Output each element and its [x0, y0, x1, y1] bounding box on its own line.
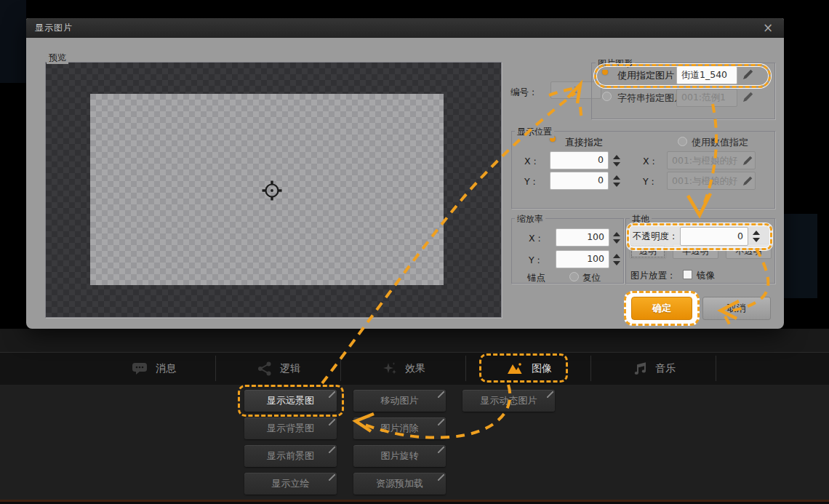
- transparent-button[interactable]: 透明: [630, 244, 666, 259]
- pencil-icon[interactable]: [742, 91, 754, 103]
- var-x-field[interactable]: 001:与橙娘的好: [667, 151, 756, 169]
- cmd-label: 显示背景图: [267, 422, 314, 435]
- message-icon: [131, 361, 148, 376]
- erase-image-button[interactable]: 图片消除: [353, 417, 446, 439]
- anchor-label: 锚点: [527, 272, 545, 284]
- logic-icon: [257, 361, 273, 377]
- preload-resource-button[interactable]: 资源预加载: [353, 473, 446, 495]
- scale-y-label: Y :: [529, 255, 540, 265]
- tab-image[interactable]: 图像: [466, 352, 591, 385]
- tab-image-label: 图像: [532, 362, 552, 375]
- other-group-title: 其他: [630, 213, 652, 225]
- scale-x-spinner[interactable]: [611, 229, 622, 247]
- cmd-label: 资源预加载: [376, 477, 423, 490]
- preview-label: 预览: [47, 52, 68, 64]
- mirror-label: 镜像: [697, 270, 715, 282]
- string-image-label: 字符串指定图片: [617, 92, 684, 105]
- scale-x-label: X :: [529, 233, 541, 244]
- ok-button[interactable]: 确定: [631, 297, 692, 320]
- move-image-button[interactable]: 移动图片: [353, 390, 446, 412]
- corner-mark-icon: [329, 474, 335, 481]
- use-image-field[interactable]: 街道1_540: [676, 66, 737, 84]
- x-spinner[interactable]: [611, 152, 622, 169]
- rotate-image-button[interactable]: 图片旋转: [353, 445, 446, 467]
- direct-position-label: 直接指定: [565, 136, 603, 149]
- use-image-radio[interactable]: [602, 69, 608, 75]
- screen: 显示图片 × 预览 编号 : 1 图片图形 使用指定图片 街道1_540: [0, 0, 829, 504]
- background-band: [0, 329, 829, 352]
- show-dynamic-image-button[interactable]: 显示动态图片: [462, 390, 555, 412]
- scale-y-spinner[interactable]: [611, 251, 622, 268]
- x-field[interactable]: 0: [550, 151, 609, 169]
- tab-message[interactable]: 消息: [91, 352, 216, 385]
- corner-mark-icon: [438, 447, 444, 453]
- numeric-position-label: 使用数值指定: [692, 136, 748, 149]
- tab-logic-label: 逻辑: [280, 362, 300, 375]
- number-label: 编号 :: [510, 87, 534, 99]
- dialog-titlebar[interactable]: 显示图片: [26, 18, 784, 38]
- cmd-label: 显示前景图: [267, 449, 314, 463]
- numeric-position-radio[interactable]: [678, 137, 687, 146]
- anchor-reset-radio[interactable]: [569, 272, 579, 281]
- cmd-label: 显示动态图片: [481, 394, 537, 407]
- show-panorama-button[interactable]: 显示远景图: [244, 390, 337, 412]
- corner-mark-icon: [329, 391, 335, 398]
- placement-label: 图片放置 :: [630, 270, 673, 282]
- scale-x-field[interactable]: 100: [556, 228, 609, 247]
- dialog-title: 显示图片: [35, 22, 73, 34]
- cmd-label: 图片消除: [381, 422, 419, 435]
- var-x-value: 001:与橙娘的好: [672, 153, 742, 169]
- mirror-checkbox[interactable]: [683, 270, 692, 279]
- corner-mark-icon: [438, 391, 444, 398]
- close-icon[interactable]: ×: [761, 20, 775, 35]
- cmd-label: 显示远景图: [267, 394, 314, 407]
- corner-mark-icon: [547, 391, 553, 398]
- tab-effects[interactable]: 效果: [341, 352, 466, 385]
- anchor-crosshair-icon[interactable]: [259, 177, 285, 204]
- opacity-spinner[interactable]: [750, 228, 762, 245]
- tab-music[interactable]: 音乐: [591, 352, 716, 385]
- y-label: Y :: [524, 176, 536, 187]
- scale-y-field[interactable]: 100: [556, 250, 609, 268]
- show-background-button[interactable]: 显示背景图: [244, 417, 337, 439]
- var-y-label: Y :: [643, 176, 654, 187]
- cmd-label: 图片旋转: [381, 449, 419, 463]
- image-group-title: 图片图形: [596, 57, 635, 70]
- use-image-label: 使用指定图片: [617, 69, 674, 82]
- var-x-label: X :: [643, 156, 655, 167]
- opacity-label: 不透明度 :: [633, 231, 675, 243]
- corner-mark-icon: [438, 419, 444, 425]
- corner-mark-icon: [329, 447, 335, 453]
- show-sprite-button[interactable]: 显示立绘: [244, 473, 337, 495]
- background-window-left: [0, 0, 26, 83]
- semi-transparent-button[interactable]: 半透明: [673, 244, 718, 259]
- string-image-radio[interactable]: [602, 92, 612, 101]
- pencil-icon[interactable]: [742, 175, 753, 186]
- cmd-label: 显示立绘: [272, 477, 310, 490]
- tab-effects-label: 效果: [405, 362, 425, 375]
- opaque-button[interactable]: 不透明: [726, 244, 772, 259]
- y-spinner[interactable]: [611, 172, 622, 190]
- tab-logic[interactable]: 逻辑: [216, 352, 341, 385]
- string-image-field[interactable]: 001:范例1: [676, 89, 737, 107]
- tab-message-label: 消息: [156, 362, 176, 375]
- cancel-button[interactable]: 取消: [702, 297, 771, 320]
- show-image-dialog: 显示图片 × 预览 编号 : 1 图片图形 使用指定图片 街道1_540: [26, 18, 784, 329]
- position-group-title: 显示位置: [515, 126, 554, 138]
- tab-music-label: 音乐: [655, 362, 676, 375]
- music-icon: [632, 361, 648, 377]
- anchor-reset-label: 复位: [582, 272, 601, 284]
- x-label: X :: [524, 156, 537, 167]
- image-icon: [505, 361, 524, 376]
- pencil-icon[interactable]: [742, 68, 754, 80]
- preview-canvas[interactable]: [45, 62, 502, 318]
- var-y-field[interactable]: 001:与橙娘的好: [667, 172, 756, 190]
- corner-mark-icon: [438, 474, 444, 481]
- scale-group-title: 缩放率: [515, 213, 545, 225]
- var-y-value: 001:与橙娘的好: [672, 173, 742, 189]
- corner-mark-icon: [329, 419, 335, 425]
- opacity-field[interactable]: 0: [680, 227, 748, 246]
- show-foreground-button[interactable]: 显示前景图: [244, 445, 337, 467]
- pencil-icon[interactable]: [742, 155, 753, 166]
- y-field[interactable]: 0: [550, 172, 609, 190]
